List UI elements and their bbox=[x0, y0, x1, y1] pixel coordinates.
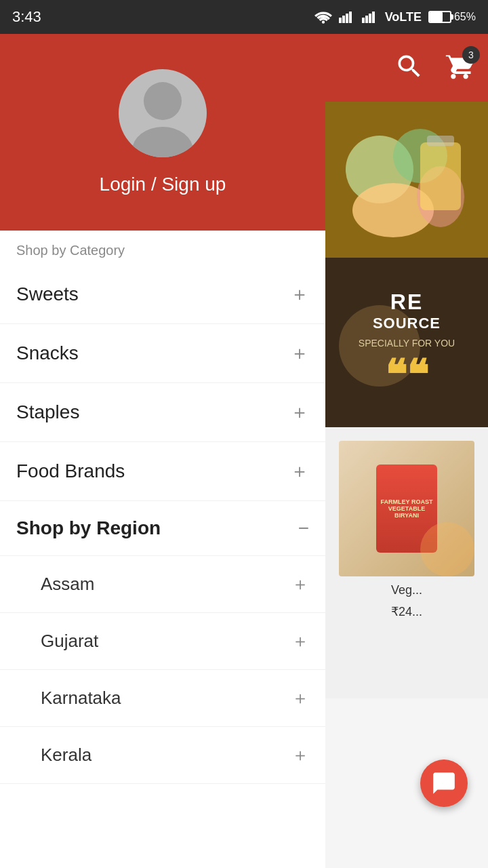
plus-icon-gujarat: ＋ bbox=[291, 629, 309, 653]
svg-rect-2 bbox=[346, 14, 348, 23]
svg-rect-14 bbox=[420, 142, 461, 210]
status-time: 3:43 bbox=[12, 8, 41, 26]
menu-item-assam-label: Assam bbox=[41, 574, 94, 595]
main-container: 3 bbox=[0, 34, 488, 868]
product-image: FARMLEY ROASTVEGETABLEBIRYANI bbox=[339, 441, 474, 576]
plus-icon-assam: ＋ bbox=[291, 572, 309, 596]
banner-mid-overlay: RE SOURCE SPECIALLY FOR YOU ❝❝ bbox=[325, 258, 488, 427]
svg-point-19 bbox=[144, 82, 182, 120]
menu-item-sweets-label: Sweets bbox=[16, 283, 79, 305]
menu-item-kerala-label: Kerala bbox=[41, 745, 92, 766]
plus-icon-sweets: ＋ bbox=[290, 281, 309, 307]
banner-text-re: RE bbox=[359, 290, 455, 315]
menu-item-staples-label: Staples bbox=[16, 401, 79, 423]
shop-by-region-label: Shop by Region bbox=[16, 517, 161, 539]
drawer-body: Shop by Category Sweets ＋ Snacks ＋ Stapl… bbox=[0, 231, 325, 868]
svg-point-20 bbox=[132, 127, 193, 157]
svg-rect-6 bbox=[369, 14, 371, 23]
svg-rect-7 bbox=[372, 12, 375, 23]
status-bar: 3:43 VoLTE 65% bbox=[0, 0, 488, 34]
volte-label: VoLTE bbox=[385, 10, 422, 24]
menu-item-sweets[interactable]: Sweets ＋ bbox=[0, 265, 325, 324]
menu-item-karnataka-label: Karnataka bbox=[41, 688, 121, 709]
wifi-icon bbox=[314, 10, 332, 24]
minus-icon-region: − bbox=[298, 517, 309, 539]
chat-button[interactable] bbox=[420, 760, 468, 807]
menu-item-karnataka[interactable]: Karnataka ＋ bbox=[0, 670, 325, 727]
banner-mid: RE SOURCE SPECIALLY FOR YOU ❝❝ bbox=[325, 258, 488, 427]
avatar[interactable] bbox=[119, 69, 207, 157]
menu-item-gujarat-label: Gujarat bbox=[41, 631, 98, 652]
product-area: FARMLEY ROASTVEGETABLEBIRYANI Veg... ₹24… bbox=[325, 427, 488, 698]
svg-rect-15 bbox=[427, 136, 454, 146]
menu-item-snacks[interactable]: Snacks ＋ bbox=[0, 324, 325, 383]
plus-icon-snacks: ＋ bbox=[290, 340, 309, 366]
shop-by-category-header: Shop by Category bbox=[0, 231, 325, 265]
product-name: Veg... bbox=[391, 583, 422, 597]
cart-button[interactable]: 3 bbox=[445, 52, 474, 84]
plus-icon-kerala: ＋ bbox=[291, 743, 309, 767]
svg-rect-4 bbox=[362, 18, 365, 23]
banner-top bbox=[325, 102, 488, 258]
banner-text-sub: SPECIALLY FOR YOU bbox=[359, 338, 455, 349]
svg-rect-0 bbox=[339, 18, 342, 23]
login-button[interactable]: Login / Sign up bbox=[100, 174, 226, 195]
menu-item-shop-by-region[interactable]: Shop by Region − bbox=[0, 501, 325, 556]
signal-icon-2 bbox=[362, 10, 378, 24]
drawer-header: Login / Sign up bbox=[0, 34, 325, 231]
svg-rect-3 bbox=[349, 12, 352, 23]
svg-rect-5 bbox=[365, 16, 368, 23]
banner-top-content bbox=[325, 102, 488, 258]
battery-percent: 65% bbox=[454, 11, 476, 23]
battery-indicator: 65% bbox=[428, 11, 476, 23]
banner-quotes: ❝❝ bbox=[359, 355, 455, 396]
menu-item-gujarat[interactable]: Gujarat ＋ bbox=[0, 613, 325, 670]
svg-rect-1 bbox=[342, 16, 345, 23]
menu-item-snacks-label: Snacks bbox=[16, 342, 79, 364]
menu-item-assam[interactable]: Assam ＋ bbox=[0, 556, 325, 613]
menu-item-food-brands-label: Food Brands bbox=[16, 460, 125, 482]
menu-item-food-brands[interactable]: Food Brands ＋ bbox=[0, 442, 325, 501]
plus-icon-food-brands: ＋ bbox=[290, 458, 309, 484]
signal-icon bbox=[339, 10, 355, 24]
product-price: ₹24... bbox=[391, 604, 422, 619]
plus-icon-karnataka: ＋ bbox=[291, 686, 309, 710]
menu-item-staples[interactable]: Staples ＋ bbox=[0, 383, 325, 442]
banner-text-source: SOURCE bbox=[359, 315, 455, 332]
cart-badge: 3 bbox=[462, 46, 480, 64]
plus-icon-staples: ＋ bbox=[290, 399, 309, 425]
status-icons: VoLTE 65% bbox=[314, 10, 476, 24]
menu-item-kerala[interactable]: Kerala ＋ bbox=[0, 727, 325, 784]
person-icon bbox=[119, 69, 207, 157]
search-button[interactable] bbox=[394, 52, 424, 84]
navigation-drawer: Login / Sign up Shop by Category Sweets … bbox=[0, 34, 325, 868]
